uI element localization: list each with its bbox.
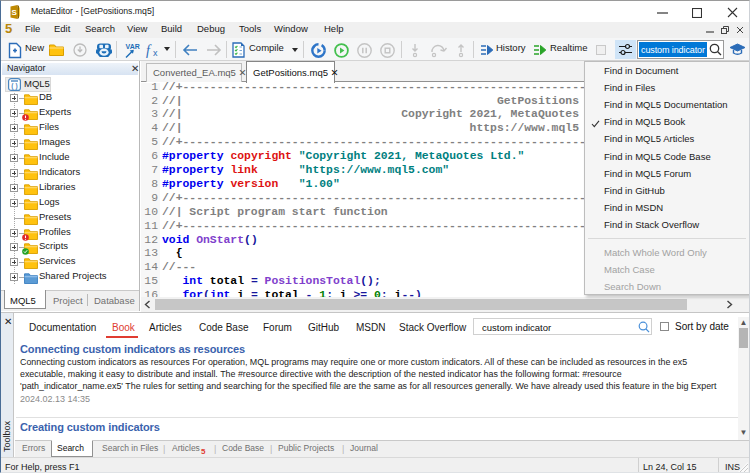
- svg-text:x: x: [153, 48, 158, 58]
- svg-text:VAR: VAR: [126, 43, 140, 50]
- svg-text:S: S: [12, 8, 18, 17]
- svg-text:(): (): [11, 83, 19, 90]
- svg-text:f: f: [146, 43, 152, 58]
